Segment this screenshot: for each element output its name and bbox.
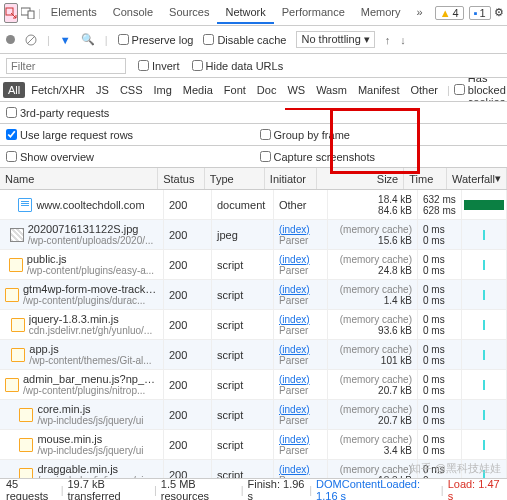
status-cell: 200: [164, 370, 212, 399]
status-cell: 200: [164, 400, 212, 429]
type-media[interactable]: Media: [178, 82, 218, 98]
table-row[interactable]: 20200716131122S.jpg/wp-content/uploads/2…: [0, 220, 507, 250]
filter-input[interactable]: [6, 58, 126, 74]
request-name: jquery-1.8.3.min.js: [29, 313, 152, 325]
col-status[interactable]: Status: [158, 168, 205, 189]
size-line2: 20.7 kB: [333, 385, 412, 396]
type-all[interactable]: All: [3, 82, 25, 98]
table-row[interactable]: admin_bar_menu.js?np_v=1.../wp-content/p…: [0, 370, 507, 400]
time-line1: 0 ms: [423, 374, 456, 385]
hide-data-urls-checkbox[interactable]: Hide data URLs: [192, 60, 284, 72]
initiator-link[interactable]: (index): [279, 254, 322, 265]
svg-line-4: [27, 36, 35, 44]
col-waterfall[interactable]: Waterfall ▾: [447, 168, 507, 189]
initiator-sub: Parser: [279, 295, 322, 306]
table-row[interactable]: core.min.js/wp-includes/js/jquery/ui200s…: [0, 400, 507, 430]
tab-sources[interactable]: Sources: [161, 2, 217, 24]
table-row[interactable]: public.js/wp-content/plugins/easy-a...20…: [0, 250, 507, 280]
waterfall-bar: [483, 410, 485, 420]
initiator-link[interactable]: (index): [279, 374, 322, 385]
table-row[interactable]: app.js/wp-content/themes/Git-al...200scr…: [0, 340, 507, 370]
request-path: cdn.jsdelivr.net/gh/yunluo/...: [29, 325, 152, 336]
request-path: /wp-content/plugins/nitrop...: [23, 385, 158, 396]
js-icon: [11, 348, 25, 362]
tab-elements[interactable]: Elements: [43, 2, 105, 24]
large-rows-checkbox[interactable]: Use large request rows: [6, 129, 133, 141]
time-line1: 0 ms: [423, 284, 456, 295]
device-toggle-icon[interactable]: [20, 3, 36, 23]
svg-rect-2: [28, 11, 34, 19]
table-row[interactable]: jquery-1.8.3.min.jscdn.jsdelivr.net/gh/y…: [0, 310, 507, 340]
size-line1: (memory cache): [333, 404, 412, 415]
request-name: www.cooltechdoll.com: [36, 199, 144, 211]
initiator-sub: Parser: [279, 325, 322, 336]
initiator-link[interactable]: (index): [279, 344, 322, 355]
throttling-select[interactable]: No throttling ▾: [296, 31, 374, 48]
request-path: /wp-content/plugins/durac...: [23, 295, 158, 306]
initiator-link[interactable]: (index): [279, 404, 322, 415]
table-row[interactable]: mouse.min.js/wp-includes/js/jquery/ui200…: [0, 430, 507, 460]
group-by-frame-checkbox[interactable]: Group by frame: [260, 129, 350, 141]
type-wasm[interactable]: Wasm: [311, 82, 352, 98]
initiator-link[interactable]: (index): [279, 284, 322, 295]
type-ws[interactable]: WS: [282, 82, 310, 98]
size-line1: (memory cache): [333, 284, 412, 295]
table-row[interactable]: www.cooltechdoll.com200documentOther18.4…: [0, 190, 507, 220]
capture-screenshots-checkbox[interactable]: Capture screenshots: [260, 151, 376, 163]
type-img[interactable]: Img: [149, 82, 177, 98]
js-icon: [5, 378, 19, 392]
time-line2: 0 ms: [423, 385, 456, 396]
time-line2: 0 ms: [423, 415, 456, 426]
filter-toggle-icon[interactable]: ▼: [60, 34, 71, 46]
third-party-checkbox[interactable]: 3rd-party requests: [6, 107, 109, 119]
type-doc[interactable]: Doc: [252, 82, 282, 98]
type-js[interactable]: JS: [91, 82, 114, 98]
settings-icon[interactable]: ⚙: [493, 3, 505, 23]
type-fetch-xhr[interactable]: Fetch/XHR: [26, 82, 90, 98]
initiator-link[interactable]: (index): [279, 434, 322, 445]
tab-performance[interactable]: Performance: [274, 2, 353, 24]
initiator-link[interactable]: (index): [279, 224, 322, 235]
col-name[interactable]: Name: [0, 168, 158, 189]
download-icon[interactable]: ↓: [400, 34, 406, 46]
js-icon: [11, 318, 25, 332]
status-bar: 45 requests| 19.7 kB transferred| 1.5 MB…: [0, 478, 507, 500]
disable-cache-checkbox[interactable]: Disable cache: [203, 34, 286, 46]
col-size[interactable]: Size: [317, 168, 404, 189]
col-type[interactable]: Type: [205, 168, 265, 189]
blocked-cookies-checkbox[interactable]: Has blocked cookies: [454, 78, 506, 102]
time-line2: 0 ms: [423, 325, 456, 336]
size-line1: (memory cache): [333, 344, 412, 355]
waterfall-bar: [483, 260, 485, 270]
type-other[interactable]: Other: [405, 82, 443, 98]
show-overview-checkbox[interactable]: Show overview: [6, 151, 94, 163]
upload-icon[interactable]: ↑: [385, 34, 391, 46]
tab-network[interactable]: Network: [217, 2, 273, 24]
invert-checkbox[interactable]: Invert: [138, 60, 180, 72]
type-cell: jpeg: [212, 220, 274, 249]
initiator-sub: Parser: [279, 445, 322, 456]
preserve-log-checkbox[interactable]: Preserve log: [118, 34, 194, 46]
clear-icon[interactable]: [25, 34, 37, 46]
type-font[interactable]: Font: [219, 82, 251, 98]
tab-console[interactable]: Console: [105, 2, 161, 24]
stat-finish: Finish: 1.96 s: [248, 478, 306, 501]
warnings-badge[interactable]: ▲4: [435, 6, 464, 20]
type-css[interactable]: CSS: [115, 82, 148, 98]
inspect-icon[interactable]: [4, 3, 18, 23]
type-manifest[interactable]: Manifest: [353, 82, 405, 98]
messages-badge[interactable]: ▪1: [469, 6, 491, 20]
size-line1: (memory cache): [333, 464, 412, 475]
initiator-sub: Parser: [279, 415, 322, 426]
table-row[interactable]: gtm4wp-form-move-tracke.../wp-content/pl…: [0, 280, 507, 310]
request-path: /wp-includes/js/jquery/ui: [37, 415, 143, 426]
initiator-link[interactable]: (index): [279, 314, 322, 325]
tab-memory[interactable]: Memory: [353, 2, 409, 24]
initiator-link[interactable]: (index): [279, 464, 322, 475]
search-icon[interactable]: 🔍: [81, 33, 95, 46]
tabs-overflow[interactable]: »: [409, 2, 431, 24]
filter-bar: Invert Hide data URLs: [0, 54, 507, 78]
record-icon[interactable]: [6, 35, 15, 44]
col-initiator[interactable]: Initiator: [265, 168, 317, 189]
col-time[interactable]: Time: [404, 168, 447, 189]
